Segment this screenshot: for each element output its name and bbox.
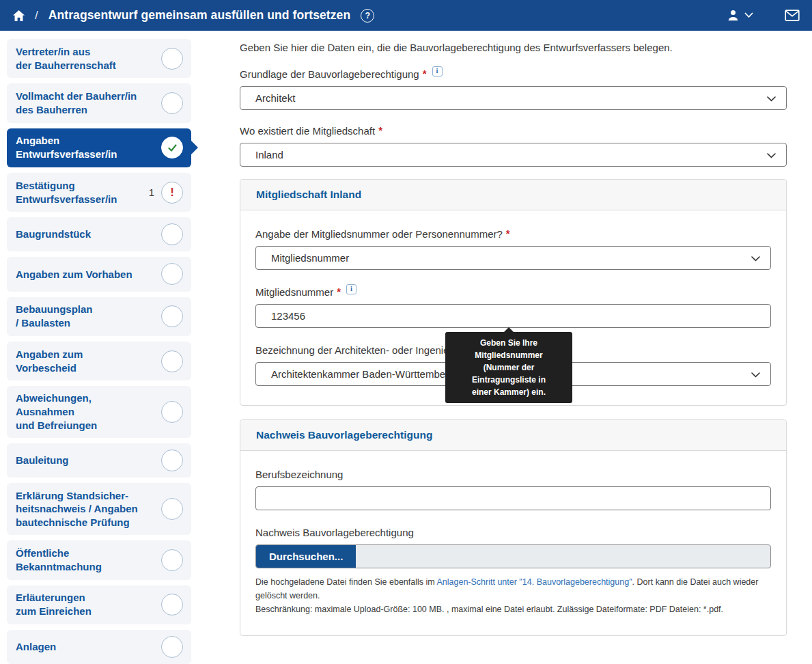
mitgliedsnummer-input[interactable] [271,310,743,322]
intro-text: Geben Sie hier die Daten ein, die die Ba… [240,42,787,53]
wo-select-value: Inland [255,149,283,161]
home-icon[interactable] [12,10,25,22]
grundlage-label: Grundlage der Bauvorlageberechtigung [240,68,419,80]
berufsbezeichnung-input[interactable] [271,493,743,504]
check-icon [161,137,183,158]
sidebar-item-bauleitung[interactable]: Bauleitung [7,443,191,478]
upload-label-row: Nachweis Bauvorlageberechtigung [255,527,771,538]
sidebar-item-baugrundstueck[interactable]: Baugrundstück [7,217,191,251]
anlagen-schritt-link[interactable]: Anlagen-Schritt unter "14. Bauvorlageber… [436,577,632,587]
mail-icon[interactable] [785,10,800,21]
step-circle [161,223,183,245]
help-text-part: Die hochgeladene Datei finden Sie ebenfa… [255,577,436,587]
chevron-down-icon [767,153,776,158]
kammer-select-value: Architektenkammer Baden-Württemberg [271,368,454,380]
sidebar-item-abweichungen-ausnahmen-befreiungen[interactable]: Abweichungen, Ausnahmen und Befreiungen [7,386,191,438]
mitgliedsnummer-label: Mitgliedsnummer [255,286,333,298]
chevron-down-icon [767,96,776,102]
exclamation-glyph: ! [170,186,174,198]
info-icon[interactable]: i [346,284,356,294]
chevron-down-icon [751,256,760,262]
topbar: / Antragsentwurf gemeinsam ausfüllen und… [0,0,812,31]
sidebar-item-label: Baugrundstück [16,227,156,241]
topbar-actions [727,9,800,22]
beruf-label-row: Berufsbezeichnung [255,469,771,480]
sidebar-item-label: Öffentliche Bekanntmachung [16,547,156,574]
step-circle [161,305,183,327]
wizard-sidebar: Vertreter/in aus der BauherrenschaftVoll… [0,31,198,664]
sidebar-item-vertreter-bauherrenschaft[interactable]: Vertreter/in aus der Bauherrenschaft [7,39,191,78]
sidebar-item-erlaeuterungen-einreichen[interactable]: Erläuterungen zum Einreichen [7,585,191,624]
required-marker: * [423,68,427,79]
sidebar-item-vollmacht-bauherr[interactable]: Vollmacht der Bauherr/in des Bauherren [7,83,191,122]
step-circle [161,263,183,285]
step-circle [161,401,183,423]
required-marker: * [378,124,382,136]
sidebar-item-anlagen[interactable]: Anlagen [7,630,191,664]
panel-header: Mitgliedschaft Inland [240,180,786,210]
panel-body: Berufsbezeichnung Nachweis Bauvorlageber… [240,451,786,635]
panel-mitgliedschaft-inland: Mitgliedschaft Inland Angabe der Mitglie… [240,179,787,406]
step-circle [161,350,183,372]
panel-body: Angabe der Mitgliedsnummer oder Personen… [240,210,786,405]
help-icon[interactable]: ? [361,9,374,23]
sidebar-item-label: Angaben zum Vorhaben [16,268,156,281]
wo-label: Wo existiert die Mitgliedschaft [240,125,375,137]
file-name-area [356,545,770,568]
sidebar-item-label: Erläuterungen zum Einreichen [16,591,156,618]
sidebar-item-angaben-vorhaben[interactable]: Angaben zum Vorhaben [7,257,191,291]
grundlage-label-row: Grundlage der Bauvorlageberechtigung * i [240,68,787,80]
panel-title: Nachweis Bauvorlageberechtigung [256,429,432,441]
sidebar-item-label: Angaben Entwurfsverfasser/in [16,134,156,161]
step-circle [161,48,183,70]
beruf-label: Berufsbezeichnung [255,469,343,480]
sidebar-item-label: Bestätigung Entwurfsverfasser/in [16,179,145,206]
angabe-label-row: Angabe der Mitgliedsnummer oder Personen… [255,228,771,240]
step-circle [161,594,183,615]
user-icon [727,9,740,22]
required-marker: * [506,227,510,239]
sidebar-item-label: Vollmacht der Bauherr/in des Bauherren [16,89,156,117]
step-circle [161,92,183,114]
file-upload-control[interactable]: Durchsuchen... [255,544,771,568]
info-icon[interactable]: i [432,66,443,77]
grundlage-select-value: Architekt [255,92,295,104]
step-circle [161,636,183,658]
sidebar-item-bestaetigung-entwurfsverfasser[interactable]: Bestätigung Entwurfsverfasser/in1! [7,173,191,212]
mitgliedsnummer-tooltip: Geben Sie Ihre Mitgliedsnummer (Nummer d… [445,332,572,403]
required-marker: * [337,286,341,297]
sidebar-item-label: Abweichungen, Ausnahmen und Befreiungen [16,391,156,432]
user-menu[interactable] [727,9,753,22]
breadcrumb-separator: / [35,9,38,23]
sidebar-item-angaben-entwurfsverfasser[interactable]: Angaben Entwurfsverfasser/in [7,128,191,167]
sidebar-item-label: Anlagen [16,640,156,654]
sidebar-item-erklaerung-standsicherheitsnachweis[interactable]: Erklärung Standsicher- heitsnachweis / A… [7,483,191,535]
sidebar-item-bebauungsplan-baulasten[interactable]: Bebauungsplan / Baulasten [7,297,191,336]
exclamation-icon: ! [161,182,183,204]
browse-button[interactable]: Durchsuchen... [256,545,356,568]
chevron-down-icon [751,372,760,378]
upload-help-text: Die hochgeladene Datei finden Sie ebenfa… [255,575,771,616]
sidebar-item-label: Bauleitung [16,454,156,467]
page-title: Antragsentwurf gemeinsam ausfüllen und f… [48,8,350,23]
active-item-arrow [191,140,198,155]
form-content: Geben Sie hier die Daten ein, die die Ba… [198,31,812,664]
page-layout: Vertreter/in aus der BauherrenschaftVoll… [0,31,812,664]
sidebar-item-label: Erklärung Standsicher- heitsnachweis / A… [16,489,156,529]
panel-header: Nachweis Bauvorlageberechtigung [240,420,786,451]
angabe-label: Angabe der Mitgliedsnummer oder Personen… [255,228,503,240]
panel-title: Mitgliedschaft Inland [256,189,361,200]
sidebar-item-label: Angaben zum Vorbescheid [16,348,156,375]
nummernart-select[interactable]: Mitgliedsnummer [255,246,771,270]
step-circle [161,449,183,471]
mitgliedsnummer-field [255,304,771,328]
sidebar-item-oeffentliche-bekanntmachung[interactable]: Öffentliche Bekanntmachung [7,540,191,579]
upload-restrictions-text: Beschränkung: maximale Upload-Größe: 100… [255,603,771,616]
chevron-down-icon [744,12,753,18]
grundlage-select[interactable]: Architekt [240,86,787,110]
sidebar-item-label: Vertreter/in aus der Bauherrenschaft [16,45,156,72]
sidebar-item-angaben-vorbescheid[interactable]: Angaben zum Vorbescheid [7,342,191,381]
mitgliedsnummer-label-row: Mitgliedsnummer * i [255,286,771,298]
panel-nachweis-bauvorlageberechtigung: Nachweis Bauvorlageberechtigung Berufsbe… [240,419,787,636]
mitgliedschaft-ort-select[interactable]: Inland [240,143,787,167]
